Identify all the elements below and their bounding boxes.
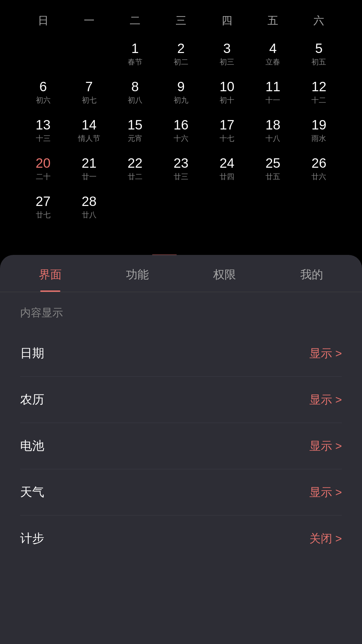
calendar-day[interactable]: 5初五	[296, 35, 342, 73]
calendar-day[interactable]: 24廿四	[204, 150, 250, 188]
settings-item[interactable]: 日期显示 >	[20, 330, 342, 377]
calendar-day[interactable]: 2初二	[158, 35, 204, 73]
item-value: 显示 >	[309, 346, 342, 361]
calendar-day	[204, 188, 250, 226]
calendar-day	[112, 188, 158, 226]
settings-content: 内容显示 日期显示 >农历显示 >电池显示 >天气显示 >计步关闭 >	[0, 292, 362, 575]
tab-item-权限[interactable]: 权限	[181, 255, 268, 292]
calendar-day[interactable]: 14情人节	[66, 111, 112, 150]
day-lunar: 春节	[128, 57, 142, 67]
day-number: 10	[220, 79, 235, 94]
calendar-day[interactable]: 19雨水	[296, 111, 342, 150]
day-number: 5	[315, 41, 322, 56]
calendar-day[interactable]: 23廿三	[158, 150, 204, 188]
item-label: 计步	[20, 530, 44, 547]
day-number: 25	[265, 156, 281, 170]
day-lunar: 十八	[265, 133, 280, 144]
calendar-day[interactable]: 6初六	[20, 73, 66, 111]
weekday-header: 日一二三四五六	[20, 13, 342, 28]
calendar-day[interactable]: 7初七	[66, 73, 112, 111]
calendar-day[interactable]: 12十二	[296, 73, 342, 111]
calendar-day[interactable]: 3初三	[204, 35, 250, 73]
weekday-label: 五	[250, 13, 296, 28]
tab-bar: 界面功能权限我的	[0, 255, 362, 292]
day-lunar: 十一	[265, 95, 280, 105]
settings-item[interactable]: 天气显示 >	[20, 469, 342, 516]
calendar-day[interactable]: 22廿二	[112, 150, 158, 188]
item-label: 农历	[20, 391, 44, 408]
calendar-day[interactable]: 21廿一	[66, 150, 112, 188]
day-lunar: 廿三	[174, 172, 188, 182]
tab-item-我的[interactable]: 我的	[268, 255, 355, 292]
calendar-section: 日一二三四五六 1春节2初二3初三4立春5初五6初六7初七8初八9初九10初十1…	[0, 0, 362, 236]
calendar-day[interactable]: 13十三	[20, 111, 66, 150]
calendar-day[interactable]: 15元宵	[112, 111, 158, 150]
day-lunar: 十六	[174, 133, 188, 144]
day-number: 7	[85, 79, 93, 94]
day-number: 4	[269, 41, 277, 56]
section-title: 内容显示	[20, 306, 342, 320]
day-number: 11	[265, 79, 281, 94]
item-value: 显示 >	[309, 485, 342, 500]
day-number: 17	[220, 117, 235, 132]
tab-item-界面[interactable]: 界面	[7, 255, 94, 292]
weekday-label: 一	[66, 13, 112, 28]
settings-item[interactable]: 计步关闭 >	[20, 516, 342, 561]
day-lunar: 初七	[82, 95, 97, 105]
day-lunar: 初六	[36, 95, 51, 105]
weekday-label: 日	[20, 13, 66, 28]
calendar-day	[66, 35, 112, 73]
day-number: 26	[311, 156, 326, 170]
calendar-day	[296, 188, 342, 226]
day-lunar: 情人节	[78, 133, 100, 144]
calendar-day[interactable]: 4立春	[250, 35, 296, 73]
calendar-day	[250, 188, 296, 226]
day-lunar: 廿八	[82, 210, 97, 220]
day-lunar: 十七	[220, 133, 234, 144]
settings-item[interactable]: 农历显示 >	[20, 377, 342, 423]
calendar-day[interactable]: 10初十	[204, 73, 250, 111]
day-number: 2	[177, 41, 185, 56]
item-label: 电池	[20, 438, 44, 454]
settings-item[interactable]: 电池显示 >	[20, 423, 342, 469]
day-lunar: 廿四	[220, 172, 234, 182]
item-value: 显示 >	[309, 438, 342, 454]
day-lunar: 初八	[128, 95, 142, 105]
day-lunar: 初五	[311, 57, 326, 67]
day-lunar: 初九	[174, 95, 188, 105]
calendar-day[interactable]: 17十七	[204, 111, 250, 150]
day-number: 28	[81, 194, 97, 209]
calendar-day[interactable]: 8初八	[112, 73, 158, 111]
weekday-label: 四	[204, 13, 250, 28]
day-lunar: 廿一	[82, 172, 97, 182]
calendar-day	[20, 35, 66, 73]
calendar-day[interactable]: 25廿五	[250, 150, 296, 188]
calendar-day[interactable]: 9初九	[158, 73, 204, 111]
calendar-day[interactable]: 16十六	[158, 111, 204, 150]
day-number: 27	[36, 194, 51, 209]
day-number: 24	[220, 156, 235, 170]
day-number: 21	[81, 156, 97, 170]
day-number: 9	[177, 79, 185, 94]
weekday-label: 六	[296, 13, 342, 28]
day-lunar: 廿二	[128, 172, 142, 182]
day-lunar: 雨水	[311, 133, 326, 144]
calendar-day[interactable]: 11十一	[250, 73, 296, 111]
item-label: 天气	[20, 484, 44, 500]
calendar-day[interactable]: 26廿六	[296, 150, 342, 188]
calendar-day[interactable]: 28廿八	[66, 188, 112, 226]
calendar-day[interactable]: 1春节	[112, 35, 158, 73]
item-label: 日期	[20, 345, 44, 362]
day-lunar: 廿六	[311, 172, 326, 182]
weekday-label: 二	[112, 13, 158, 28]
calendar-day[interactable]: 20二十	[20, 150, 66, 188]
day-lunar: 初三	[220, 57, 234, 67]
day-number: 3	[223, 41, 231, 56]
tab-item-功能[interactable]: 功能	[94, 255, 181, 292]
day-number: 18	[265, 117, 281, 132]
day-lunar: 初二	[174, 57, 188, 67]
day-number: 22	[128, 156, 143, 170]
day-lunar: 十三	[36, 133, 51, 144]
calendar-day[interactable]: 18十八	[250, 111, 296, 150]
calendar-day[interactable]: 27廿七	[20, 188, 66, 226]
